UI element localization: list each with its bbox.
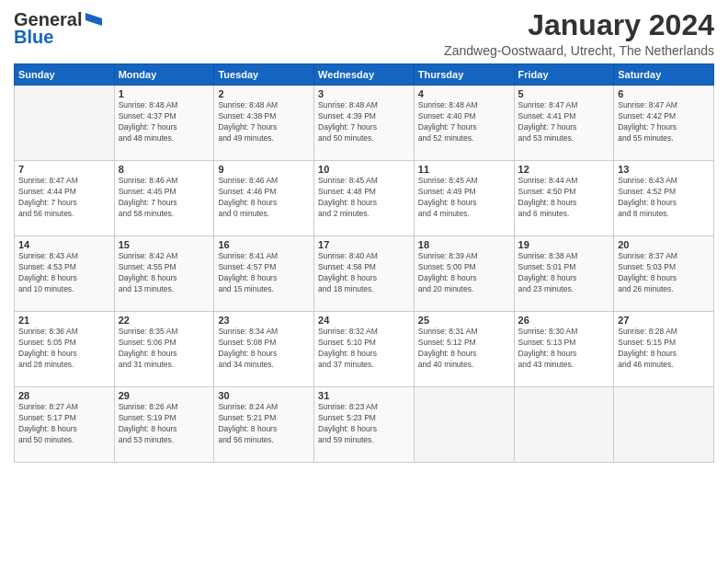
location-title: Zandweg-Oostwaard, Utrecht, The Netherla… (444, 43, 714, 58)
day-info: Sunrise: 8:48 AMSunset: 4:38 PMDaylight:… (218, 100, 310, 144)
col-saturday: Saturday (614, 64, 714, 86)
day-info: Sunrise: 8:46 AMSunset: 4:45 PMDaylight:… (119, 176, 210, 220)
day-number: 4 (418, 88, 510, 99)
day-number: 20 (618, 239, 710, 250)
day-number: 19 (518, 239, 610, 250)
cell-w4-d2: 23Sunrise: 8:34 AMSunset: 5:08 PMDayligh… (214, 312, 314, 387)
day-number: 11 (418, 164, 510, 175)
cell-w2-d6: 13Sunrise: 8:43 AMSunset: 4:52 PMDayligh… (614, 161, 714, 236)
day-number: 16 (218, 239, 310, 250)
calendar-table: Sunday Monday Tuesday Wednesday Thursday… (14, 63, 714, 463)
day-info: Sunrise: 8:23 AMSunset: 5:23 PMDaylight:… (318, 402, 410, 446)
day-number: 29 (119, 390, 210, 401)
cell-w5-d6 (614, 387, 714, 463)
cell-w4-d1: 22Sunrise: 8:35 AMSunset: 5:06 PMDayligh… (114, 312, 214, 387)
day-number: 23 (218, 315, 310, 326)
cell-w3-d1: 15Sunrise: 8:42 AMSunset: 4:55 PMDayligh… (114, 236, 214, 312)
cell-w3-d2: 16Sunrise: 8:41 AMSunset: 4:57 PMDayligh… (214, 236, 314, 312)
cell-w2-d5: 12Sunrise: 8:44 AMSunset: 4:50 PMDayligh… (514, 161, 614, 236)
cell-w1-d4: 4Sunrise: 8:48 AMSunset: 4:40 PMDaylight… (414, 86, 514, 161)
day-number: 31 (318, 390, 410, 401)
cell-w5-d4 (414, 387, 514, 463)
cell-w4-d5: 26Sunrise: 8:30 AMSunset: 5:13 PMDayligh… (514, 312, 614, 387)
day-number: 12 (518, 164, 610, 175)
day-number: 28 (18, 390, 110, 401)
day-number: 25 (418, 315, 510, 326)
day-info: Sunrise: 8:30 AMSunset: 5:13 PMDaylight:… (518, 327, 610, 371)
day-number: 26 (518, 315, 610, 326)
col-tuesday: Tuesday (214, 64, 314, 86)
day-info: Sunrise: 8:28 AMSunset: 5:15 PMDaylight:… (618, 327, 710, 371)
cell-w3-d4: 18Sunrise: 8:39 AMSunset: 5:00 PMDayligh… (414, 236, 514, 312)
day-number: 10 (318, 164, 410, 175)
cell-w1-d1: 1Sunrise: 8:48 AMSunset: 4:37 PMDaylight… (114, 86, 214, 161)
day-number: 8 (119, 164, 210, 175)
day-info: Sunrise: 8:43 AMSunset: 4:53 PMDaylight:… (18, 251, 110, 295)
day-info: Sunrise: 8:45 AMSunset: 4:49 PMDaylight:… (418, 176, 510, 220)
week-row-1: 1Sunrise: 8:48 AMSunset: 4:37 PMDaylight… (15, 86, 714, 161)
day-info: Sunrise: 8:48 AMSunset: 4:37 PMDaylight:… (119, 100, 210, 144)
day-info: Sunrise: 8:47 AMSunset: 4:41 PMDaylight:… (518, 100, 610, 144)
col-wednesday: Wednesday (314, 64, 415, 86)
logo: General Blue (14, 9, 104, 48)
cell-w4-d4: 25Sunrise: 8:31 AMSunset: 5:12 PMDayligh… (414, 312, 514, 387)
day-info: Sunrise: 8:38 AMSunset: 5:01 PMDaylight:… (518, 251, 610, 295)
cell-w2-d2: 9Sunrise: 8:46 AMSunset: 4:46 PMDaylight… (214, 161, 314, 236)
day-info: Sunrise: 8:47 AMSunset: 4:42 PMDaylight:… (618, 100, 710, 144)
cell-w3-d5: 19Sunrise: 8:38 AMSunset: 5:01 PMDayligh… (514, 236, 614, 312)
day-info: Sunrise: 8:39 AMSunset: 5:00 PMDaylight:… (418, 251, 510, 295)
cell-w2-d3: 10Sunrise: 8:45 AMSunset: 4:48 PMDayligh… (314, 161, 415, 236)
day-info: Sunrise: 8:42 AMSunset: 4:55 PMDaylight:… (119, 251, 210, 295)
cell-w5-d0: 28Sunrise: 8:27 AMSunset: 5:17 PMDayligh… (15, 387, 115, 463)
day-number: 18 (418, 239, 510, 250)
week-row-2: 7Sunrise: 8:47 AMSunset: 4:44 PMDaylight… (15, 161, 714, 236)
day-number: 27 (618, 315, 710, 326)
day-number: 21 (18, 315, 110, 326)
day-number: 7 (18, 164, 110, 175)
cell-w3-d0: 14Sunrise: 8:43 AMSunset: 4:53 PMDayligh… (15, 236, 115, 312)
day-info: Sunrise: 8:36 AMSunset: 5:05 PMDaylight:… (18, 327, 110, 371)
day-number: 6 (618, 88, 710, 99)
day-info: Sunrise: 8:41 AMSunset: 4:57 PMDaylight:… (218, 251, 310, 295)
day-number: 14 (18, 239, 110, 250)
cell-w2-d4: 11Sunrise: 8:45 AMSunset: 4:49 PMDayligh… (414, 161, 514, 236)
day-info: Sunrise: 8:27 AMSunset: 5:17 PMDaylight:… (18, 402, 110, 446)
logo-icon (84, 9, 104, 29)
title-section: January 2024 Zandweg-Oostwaard, Utrecht,… (444, 9, 714, 58)
day-number: 17 (318, 239, 410, 250)
day-number: 1 (119, 88, 210, 99)
cell-w1-d2: 2Sunrise: 8:48 AMSunset: 4:38 PMDaylight… (214, 86, 314, 161)
cell-w5-d5 (514, 387, 614, 463)
month-title: January 2024 (444, 9, 714, 41)
col-thursday: Thursday (414, 64, 514, 86)
day-info: Sunrise: 8:45 AMSunset: 4:48 PMDaylight:… (318, 176, 410, 220)
week-row-4: 21Sunrise: 8:36 AMSunset: 5:05 PMDayligh… (15, 312, 714, 387)
cell-w5-d1: 29Sunrise: 8:26 AMSunset: 5:19 PMDayligh… (114, 387, 214, 463)
cell-w1-d0 (15, 86, 115, 161)
cell-w4-d6: 27Sunrise: 8:28 AMSunset: 5:15 PMDayligh… (614, 312, 714, 387)
day-info: Sunrise: 8:32 AMSunset: 5:10 PMDaylight:… (318, 327, 410, 371)
day-info: Sunrise: 8:43 AMSunset: 4:52 PMDaylight:… (618, 176, 710, 220)
day-number: 3 (318, 88, 410, 99)
logo-blue: Blue (14, 27, 53, 48)
cell-w2-d1: 8Sunrise: 8:46 AMSunset: 4:45 PMDaylight… (114, 161, 214, 236)
header-row: Sunday Monday Tuesday Wednesday Thursday… (15, 64, 714, 86)
col-friday: Friday (514, 64, 614, 86)
cell-w1-d5: 5Sunrise: 8:47 AMSunset: 4:41 PMDaylight… (514, 86, 614, 161)
day-number: 13 (618, 164, 710, 175)
day-info: Sunrise: 8:35 AMSunset: 5:06 PMDaylight:… (119, 327, 210, 371)
day-info: Sunrise: 8:24 AMSunset: 5:21 PMDaylight:… (218, 402, 310, 446)
day-info: Sunrise: 8:46 AMSunset: 4:46 PMDaylight:… (218, 176, 310, 220)
cell-w5-d2: 30Sunrise: 8:24 AMSunset: 5:21 PMDayligh… (214, 387, 314, 463)
day-info: Sunrise: 8:26 AMSunset: 5:19 PMDaylight:… (119, 402, 210, 446)
day-number: 9 (218, 164, 310, 175)
cell-w5-d3: 31Sunrise: 8:23 AMSunset: 5:23 PMDayligh… (314, 387, 415, 463)
header: General Blue January 2024 Zandweg-Oostwa… (14, 9, 714, 58)
col-monday: Monday (114, 64, 214, 86)
day-info: Sunrise: 8:48 AMSunset: 4:40 PMDaylight:… (418, 100, 510, 144)
day-number: 15 (119, 239, 210, 250)
cell-w1-d6: 6Sunrise: 8:47 AMSunset: 4:42 PMDaylight… (614, 86, 714, 161)
cell-w3-d3: 17Sunrise: 8:40 AMSunset: 4:58 PMDayligh… (314, 236, 415, 312)
day-info: Sunrise: 8:44 AMSunset: 4:50 PMDaylight:… (518, 176, 610, 220)
week-row-5: 28Sunrise: 8:27 AMSunset: 5:17 PMDayligh… (15, 387, 714, 463)
